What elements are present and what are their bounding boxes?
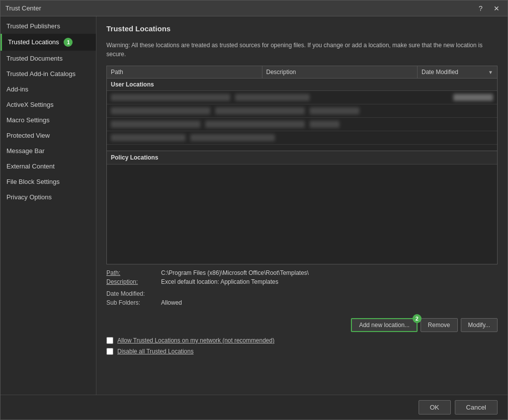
modify-button[interactable]: Modify... xyxy=(461,318,498,332)
sidebar-item-trusted-add-in-catalogs[interactable]: Trusted Add-in Catalogs xyxy=(0,66,96,82)
allow-network-checkbox[interactable] xyxy=(106,337,113,344)
table-row[interactable] xyxy=(107,118,497,131)
sidebar-item-label: Trusted Publishers xyxy=(6,22,60,30)
section-title: Trusted Locations xyxy=(106,24,498,36)
description-value: Excel default location: Application Temp… xyxy=(161,278,278,285)
add-new-location-button[interactable]: Add new location... 2 xyxy=(351,318,417,332)
table-row[interactable] xyxy=(107,131,497,145)
help-button[interactable]: ? xyxy=(475,2,487,14)
checkbox-section: Allow Trusted Locations on my network (n… xyxy=(106,337,498,355)
step-badge-2: 2 xyxy=(413,314,422,323)
sidebar-item-trusted-documents[interactable]: Trusted Documents xyxy=(0,51,96,66)
description-detail-row: Description: Excel default location: App… xyxy=(106,278,498,285)
close-button[interactable]: ✕ xyxy=(491,2,503,14)
sidebar-item-label: Trusted Add-in Catalogs xyxy=(6,70,76,78)
sidebar-item-label: Trusted Locations xyxy=(8,38,59,46)
remove-button[interactable]: Remove xyxy=(421,318,458,332)
warning-text: Warning: All these locations are treated… xyxy=(106,41,498,59)
sidebar-item-label: Macro Settings xyxy=(6,116,50,124)
description-label: Description: xyxy=(106,278,161,285)
sidebar-item-label: Privacy Options xyxy=(6,193,52,201)
col-description: Description xyxy=(262,66,418,78)
col-date-modified[interactable]: Date Modified ▼ xyxy=(418,66,497,78)
policy-locations-area xyxy=(107,165,497,264)
sidebar-item-file-block-settings[interactable]: File Block Settings xyxy=(0,174,96,189)
path-detail-row: Path: C:\Program Files (x86)\Microsoft O… xyxy=(106,269,498,276)
path-label: Path: xyxy=(106,269,161,276)
date-modified-label: Date Modified: xyxy=(106,290,161,297)
sidebar-item-message-bar[interactable]: Message Bar xyxy=(0,143,96,159)
sidebar-item-label: File Block Settings xyxy=(6,178,60,185)
details-section: Path: C:\Program Files (x86)\Microsoft O… xyxy=(106,264,498,313)
trust-center-dialog: Trust Center ? ✕ Trusted Publishers Trus… xyxy=(0,0,508,420)
user-locations-area xyxy=(107,91,497,151)
date-modified-detail-row: Date Modified: xyxy=(106,290,498,297)
ok-button[interactable]: OK xyxy=(419,400,451,415)
table-header: Path Description Date Modified ▼ xyxy=(107,66,497,79)
sidebar-item-trusted-locations[interactable]: Trusted Locations 1 xyxy=(0,34,96,51)
policy-locations-label: Policy Locations xyxy=(107,151,497,165)
allow-network-row: Allow Trusted Locations on my network (n… xyxy=(106,337,498,344)
sidebar-item-label: External Content xyxy=(6,163,55,170)
cancel-button[interactable]: Cancel xyxy=(455,400,498,415)
sidebar-item-macro-settings[interactable]: Macro Settings xyxy=(0,112,96,128)
title-bar: Trust Center ? ✕ xyxy=(0,0,508,16)
step-badge-1: 1 xyxy=(64,38,73,47)
sub-folders-value: Allowed xyxy=(161,299,182,306)
sidebar: Trusted Publishers Trusted Locations 1 T… xyxy=(0,16,96,395)
sub-folders-detail-row: Sub Folders: Allowed xyxy=(106,299,498,306)
user-locations-label: User Locations xyxy=(107,79,497,91)
dialog-footer: OK Cancel xyxy=(0,395,508,420)
date-modified-label: Date Modified xyxy=(422,69,458,76)
locations-table: Path Description Date Modified ▼ User Lo… xyxy=(106,66,498,264)
disable-all-checkbox[interactable] xyxy=(106,348,113,355)
sub-folders-label: Sub Folders: xyxy=(106,299,161,306)
title-bar-controls: ? ✕ xyxy=(475,2,503,14)
col-path: Path xyxy=(107,66,262,78)
sidebar-item-label: Protected View xyxy=(6,132,50,139)
sidebar-item-label: Add-ins xyxy=(6,85,28,93)
table-row[interactable] xyxy=(107,104,497,118)
action-buttons: Add new location... 2 Remove Modify... xyxy=(106,318,498,332)
sidebar-item-activex-settings[interactable]: ActiveX Settings xyxy=(0,97,96,112)
sidebar-item-label: Trusted Documents xyxy=(6,55,63,62)
sidebar-item-add-ins[interactable]: Add-ins xyxy=(0,82,96,97)
path-value: C:\Program Files (x86)\Microsoft Office\… xyxy=(161,269,309,276)
sidebar-item-label: ActiveX Settings xyxy=(6,101,54,108)
allow-network-label[interactable]: Allow Trusted Locations on my network (n… xyxy=(117,337,274,344)
disable-all-row: Disable all Trusted Locations xyxy=(106,348,498,355)
dialog-title: Trust Center xyxy=(5,4,41,12)
main-content: Trusted Locations Warning: All these loc… xyxy=(96,16,508,395)
sidebar-item-privacy-options[interactable]: Privacy Options xyxy=(0,189,96,205)
dialog-body: Trusted Publishers Trusted Locations 1 T… xyxy=(0,16,508,395)
dropdown-arrow-icon: ▼ xyxy=(488,70,493,75)
sidebar-item-label: Message Bar xyxy=(6,147,45,155)
sidebar-item-external-content[interactable]: External Content xyxy=(0,159,96,174)
sidebar-item-protected-view[interactable]: Protected View xyxy=(0,128,96,143)
sidebar-item-trusted-publishers[interactable]: Trusted Publishers xyxy=(0,18,96,34)
disable-all-label[interactable]: Disable all Trusted Locations xyxy=(117,348,193,355)
table-row[interactable] xyxy=(107,91,497,104)
